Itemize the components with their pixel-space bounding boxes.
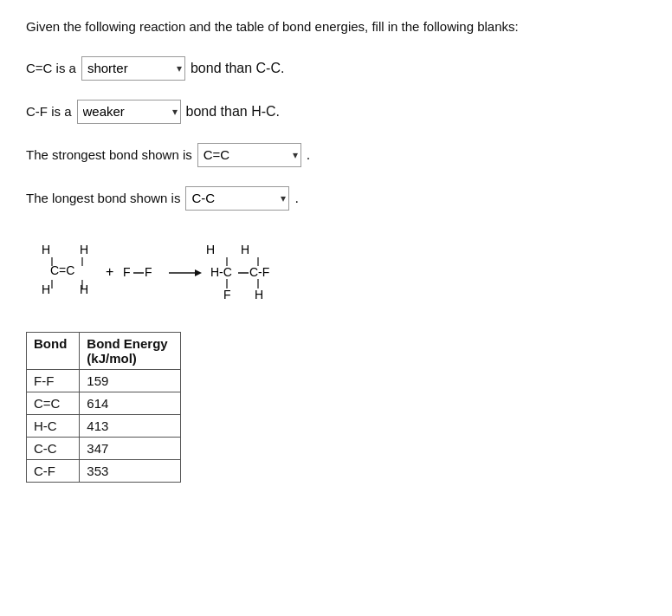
fill-row-2-suffix: bond than H-C. <box>186 104 281 120</box>
fill-row-3-suffix: . <box>307 147 310 163</box>
table-row: C-C347 <box>27 437 181 459</box>
fill-row-1-select[interactable]: shorterlongerstrongerweaker <box>81 56 185 81</box>
table-cell: C-F <box>27 459 80 482</box>
table-cell: C=C <box>27 392 80 414</box>
fill-row-1-suffix: bond than C-C. <box>191 61 285 76</box>
svg-text:F: F <box>223 288 231 302</box>
svg-text:C=C: C=C <box>50 263 74 277</box>
table-cell: H-C <box>27 414 80 437</box>
table-cell: 347 <box>80 437 180 459</box>
svg-marker-14 <box>195 269 202 276</box>
fill-row-4-select-wrapper[interactable]: C-CC=CH-CF-FC-F <box>185 186 289 211</box>
table-cell: 159 <box>80 369 180 392</box>
table-row: F-F159 <box>27 369 181 392</box>
table-header-bond: Bond <box>27 332 80 369</box>
fill-row-2-prefix: C-F is a <box>26 104 72 119</box>
svg-text:+: + <box>106 264 113 279</box>
bond-table: Bond Bond Energy (kJ/mol) F-F159C=C614H-… <box>26 332 181 483</box>
fill-row-4-suffix: . <box>294 191 298 206</box>
table-row: H-C413 <box>27 414 181 437</box>
fill-row-3-prefix: The strongest bond shown is <box>26 147 192 162</box>
fill-row-1-prefix: C=C is a <box>26 61 76 75</box>
svg-text:H: H <box>80 282 88 296</box>
fill-row-1: C=C is ashorterlongerstrongerweakerbond … <box>26 56 646 81</box>
fill-row-3-select[interactable]: C=CC-CH-CF-FC-F <box>197 143 301 167</box>
table-cell: F-F <box>27 369 80 392</box>
table-cell: 614 <box>80 392 180 414</box>
svg-text:H: H <box>255 288 263 302</box>
fill-row-4-prefix: The longest bond shown is <box>26 191 180 205</box>
fill-row-4-select[interactable]: C-CC=CH-CF-FC-F <box>185 186 289 211</box>
svg-text:H: H <box>42 243 50 256</box>
svg-text:H: H <box>206 243 215 256</box>
fill-row-3: The strongest bond shown isC=CC-CH-CF-FC… <box>26 143 646 167</box>
fill-row-3-select-wrapper[interactable]: C=CC-CH-CF-FC-F <box>197 143 301 167</box>
table-header-energy: Bond Energy (kJ/mol) <box>80 332 180 369</box>
fill-row-2-select-wrapper[interactable]: strongerweakershorterlonger <box>77 100 181 124</box>
fill-row-2-select[interactable]: strongerweakershorterlonger <box>77 100 181 124</box>
question-text: Given the following reaction and the tab… <box>26 17 646 37</box>
svg-text:H: H <box>241 243 249 256</box>
svg-text:F: F <box>145 265 152 279</box>
fill-row-1-select-wrapper[interactable]: shorterlongerstrongerweaker <box>81 56 185 81</box>
svg-text:F: F <box>123 265 131 279</box>
reaction-svg: H H C=C H H + F F H H H-C C-F <box>26 230 320 316</box>
svg-text:C-F: C-F <box>249 265 269 279</box>
table-row: C=C614 <box>27 392 181 414</box>
svg-text:H: H <box>42 282 50 296</box>
table-cell: 413 <box>80 414 180 437</box>
table-cell: C-C <box>27 437 80 459</box>
table-row: C-F353 <box>27 459 181 482</box>
table-cell: 353 <box>80 459 180 482</box>
svg-text:H-C: H-C <box>210 265 232 279</box>
fill-row-4: The longest bond shown isC-CC=CH-CF-FC-F… <box>26 186 646 211</box>
molecule-diagram: H H C=C H H + F F H H H-C C-F <box>26 230 646 316</box>
fill-row-2: C-F is astrongerweakershorterlongerbond … <box>26 100 646 124</box>
svg-text:H: H <box>80 243 88 256</box>
